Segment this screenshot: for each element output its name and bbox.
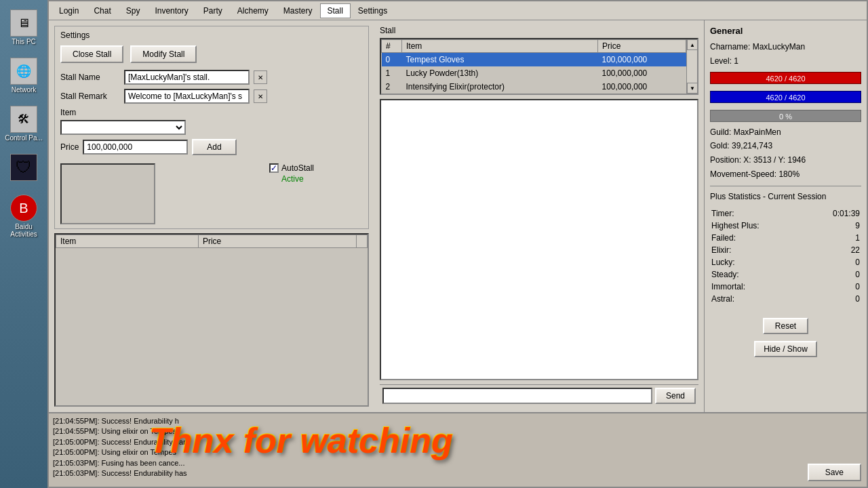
charname-value: MaxLuckyMan [753,42,805,52]
guild-row: Guild: MaxPainMen [710,127,861,138]
stall-row-2[interactable]: 2 Intensifying Elixir(protector) 100,000… [382,80,686,94]
general-title: General [710,26,861,36]
right-buttons: Reset Hide / Show [710,314,861,357]
speed-row: Movement-Speed: 180% [710,169,861,180]
stall-row-1[interactable]: 1 Lucky Powder(13th) 100,000,000 [382,66,686,80]
stall-name-row: Stall Name ✕ [60,70,363,85]
control-panel-icon: 🛠 [10,106,37,133]
menu-spy[interactable]: Spy [119,3,148,18]
menu-stall[interactable]: Stall [320,3,351,18]
stats-failed-value: 1 [807,232,860,243]
menu-mastery[interactable]: Mastery [276,3,320,18]
stats-astral-row: Astral: 0 [711,293,860,304]
reset-button[interactable]: Reset [763,318,808,334]
menu-inventory[interactable]: Inventory [147,3,195,18]
price-label: Price [60,142,79,152]
stall-row-0-id: 0 [382,53,402,67]
desktop-icon-shield[interactable]: 🛡 [7,151,40,185]
stats-highest-label: Highest Plus: [711,220,806,231]
hp-bar: 4620 / 4620 [710,72,861,84]
autostall-checkbox-row: AutoStall [269,163,314,173]
bottom-log: [21:04:55PM]: Success! Endurability h [2… [49,412,867,487]
exp-bar-text: 0 % [711,110,861,123]
send-button[interactable]: Send [655,388,696,404]
item-row [60,120,363,135]
autostall-label: AutoStall [281,163,314,173]
desktop-icon-this-pc[interactable]: 🖥 This PC [7,7,40,48]
stats-lucky-label: Lucky: [711,257,806,268]
inv-col-item: Item [56,235,199,248]
stall-remark-clear-icon[interactable]: ✕ [254,89,267,103]
desktop-icon-baidu[interactable]: B BaiduActivities [7,192,40,241]
stats-table: Timer: 0:01:39 Highest Plus: 9 Failed: 1… [710,207,861,306]
stats-timer-row: Timer: 0:01:39 [711,208,860,219]
gold-label: Gold: [710,141,732,150]
network-icon: 🌐 [10,58,37,85]
autostall-checkbox[interactable] [269,163,279,173]
inventory-table: Item Price [56,235,368,248]
menu-login[interactable]: Login [52,3,86,18]
stats-failed-row: Failed: 1 [711,232,860,243]
chat-input-row: Send [380,384,698,407]
desktop-icon-network[interactable]: 🌐 Network [7,55,40,96]
mp-bar: 4620 / 4620 [710,91,861,103]
stall-name-clear-icon[interactable]: ✕ [254,70,267,84]
level-value: 1 [734,56,738,66]
gold-row: Gold: 39,214,743 [710,140,861,152]
level-label: Level: [710,56,734,66]
position-value: Position: X: 3513 / Y: 1946 [710,155,806,165]
save-area: Save [808,464,861,481]
item-preview-box [60,163,155,224]
stall-remark-row: Stall Remark ✕ [60,89,363,104]
stall-row-0[interactable]: 0 Tempest Gloves 100,000,000 [382,53,686,67]
right-panel: General Charname: MaxLuckyMan Level: 1 4… [704,20,867,412]
close-stall-button[interactable]: Close Stall [60,45,123,63]
stall-row-1-price: 100,000,000 [598,66,686,80]
stall-row-2-item: Intensifying Elixir(protector) [402,80,598,94]
stall-scrollbar[interactable]: ▲ ▼ [686,39,697,94]
chat-input[interactable] [382,388,652,404]
stall-row-2-price: 100,000,000 [598,80,686,94]
price-input[interactable] [83,140,188,155]
speed-label: Movement-Speed: [710,169,778,179]
desktop-sidebar: 🖥 This PC 🌐 Network 🛠 Control Pa... 🛡 B … [0,0,47,488]
item-section: Item [60,108,363,135]
stall-col-hash: # [382,40,402,53]
stall-row-0-price: 100,000,000 [598,53,686,67]
stats-elixir-label: Elixir: [711,245,806,256]
menu-party[interactable]: Party [196,3,230,18]
stats-immortal-value: 0 [807,281,860,292]
desktop-icon-control-panel[interactable]: 🛠 Control Pa... [2,103,45,144]
app-window: Login Chat Spy Inventory Party Alchemy M… [47,0,868,488]
autostall-section: AutoStall Active [269,163,314,224]
log-line-0: [21:04:55PM]: Success! Endurability h [53,416,863,426]
menu-chat[interactable]: Chat [86,3,118,18]
stall-scroll-down[interactable]: ▼ [687,83,698,94]
log-line-3: [21:05:00PM]: Using elixir on Tempes [53,447,863,458]
menu-settings[interactable]: Settings [351,3,395,18]
item-dropdown[interactable] [60,120,186,135]
log-line-5: [21:05:03PM]: Success! Endurability has [53,468,863,479]
stall-remark-input[interactable] [124,89,250,104]
inventory-table-section: Item Price [54,233,369,407]
hide-show-button[interactable]: Hide / Show [754,341,817,357]
settings-title: Settings [60,30,363,40]
stall-remark-label: Stall Remark [60,92,121,101]
main-content: Settings Close Stall Modify Stall Stall … [49,20,867,412]
log-line-4: [21:05:03PM]: Fusing has been cance... [53,458,863,468]
level-row: Level: 1 [710,56,861,67]
stall-scroll-up[interactable]: ▲ [687,39,698,50]
add-button[interactable]: Add [192,139,236,155]
stall-name-input[interactable] [124,70,250,85]
stats-elixir-value: 22 [807,245,860,256]
save-button[interactable]: Save [808,464,861,481]
charname-label: Charname: [710,42,753,52]
stall-area: Stall # Item Price 0 [380,26,698,95]
stats-timer-label: Timer: [711,208,806,219]
stall-row-1-id: 1 [382,66,402,80]
modify-stall-button[interactable]: Modify Stall [130,45,197,63]
menu-alchemy[interactable]: Alchemy [230,3,276,18]
stall-section-title: Stall [380,26,698,35]
stats-lucky-row: Lucky: 0 [711,257,860,268]
network-label: Network [12,86,37,94]
